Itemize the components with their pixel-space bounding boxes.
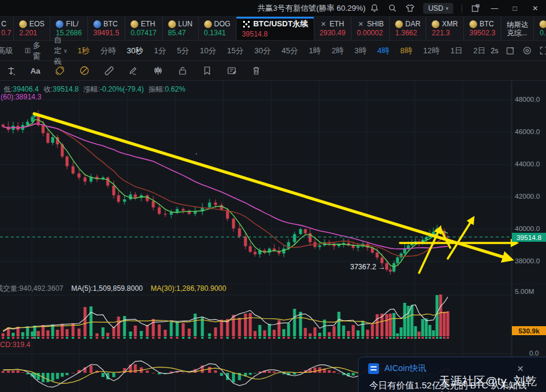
ada-coin-icon (539, 20, 546, 28)
timeframe-1日[interactable]: 1日 (445, 45, 468, 56)
ticker-tab-EOS[interactable]: EOS2.201 (14, 17, 50, 40)
ticker-symbol-label: BTC (104, 20, 118, 28)
minimize-button[interactable]: — (489, 4, 500, 13)
timeframe-分時[interactable]: 分時 (95, 45, 122, 56)
ticker-symbol-label: SHIB (367, 20, 384, 28)
ticker-price-value: 221.3 (432, 29, 458, 37)
popup-close-icon[interactable]: ✕ (517, 364, 524, 373)
magic-brush-tool[interactable] (78, 65, 90, 77)
timeframe-8時[interactable]: 8時 (395, 45, 418, 56)
timeframe-2日[interactable]: 2日 (468, 45, 491, 56)
brush-tool[interactable] (54, 65, 66, 77)
ticker-tab-bar: C0.7EOS2.201FIL/15.2686BTC39491.5ETH0.07… (0, 17, 546, 41)
chart-canvas[interactable] (0, 81, 546, 392)
volume-ma5: MA(5):1,509,859.8000 (71, 284, 142, 293)
volume-indicator-header: 成交量:940,492.3607 MA(5):1,509,859.8000 MA… (0, 284, 226, 294)
ticker-tab-DAR[interactable]: DAR1.3662 (390, 17, 426, 40)
currency-label: USD (428, 4, 443, 13)
ticker-price-value: 39491.5 (93, 29, 119, 37)
timeframe-10分[interactable]: 10分 (195, 45, 222, 56)
info-label: 收: (44, 85, 53, 93)
ticker-tab-BTC[interactable]: BTC39491.5 (88, 17, 125, 40)
search-icon[interactable] (387, 4, 397, 13)
trash-tool[interactable] (250, 65, 262, 77)
timeframe-4時[interactable]: 4時 (372, 45, 395, 56)
currency-selector[interactable]: USD ▾ (423, 3, 453, 14)
eth-coin-icon (131, 20, 138, 28)
signal-status-text: 共赢3号有新信號(勝率 60.29%) (257, 0, 366, 16)
ticker-tab-DOG[interactable]: DOG0.1341 (199, 17, 236, 40)
ticker-tab-SHIB[interactable]: ✕SHIB0.00002 (351, 17, 390, 40)
ticker-tab-FIL/[interactable]: FIL/15.2686 (50, 17, 87, 40)
cursor-tool[interactable] (5, 65, 17, 77)
info-value: 39514.8 (53, 85, 78, 93)
timeframe-3時[interactable]: 3時 (349, 45, 372, 56)
ticker-label-line: 克综... (506, 29, 528, 37)
timeframe-30秒[interactable]: 30秒 (122, 45, 148, 56)
ticker-symbol-label: FIL/ (66, 20, 78, 28)
advanced-menu[interactable]: 高級 (0, 45, 19, 56)
ticker-price-value: 0.00002 (357, 29, 384, 37)
tshirt-icon[interactable] (405, 4, 415, 13)
lock-tool[interactable] (177, 65, 189, 77)
multi-window-button[interactable]: 多窗 (19, 40, 49, 62)
screenshot-icon[interactable] (506, 46, 515, 56)
price-axis-tick: 38000.0 (515, 257, 540, 265)
chart-settings-icon[interactable] (523, 46, 532, 56)
note-tool[interactable] (226, 65, 238, 77)
ticker-tab-XMR[interactable]: XMR221.3 (426, 17, 464, 40)
timeframe-toolbar: 高級 多窗 自定義 ∨ 1秒分時30秒1分5分10分15分30分45分1時2時3… (0, 41, 546, 61)
timeframe-45分[interactable]: 45分 (276, 45, 303, 56)
ticker-price-value: 0.07417 (131, 29, 156, 37)
timeframe-30分[interactable]: 30分 (249, 45, 276, 56)
price-axis-tick: 42000.0 (515, 193, 540, 200)
pattern-tool[interactable] (152, 65, 164, 77)
ticker-symbol-label: DOG (214, 20, 230, 28)
timeframe-1時[interactable]: 1時 (304, 45, 326, 56)
ticker-symbol-label: BTC (480, 20, 494, 28)
info-value: 39406.4 (13, 85, 38, 93)
close-button[interactable]: ✕ (529, 4, 541, 13)
xmr-coin-icon (432, 20, 439, 28)
multi-window-label: 多窗 (33, 40, 43, 62)
timeframe-2時[interactable]: 2時 (326, 45, 349, 56)
text-tool[interactable]: Aa (29, 65, 41, 77)
current-volume-badge: 530.9k (512, 326, 546, 335)
price-axis-tick: 48000.0 (515, 96, 540, 103)
macd-axis-label: 0.0 (529, 350, 539, 357)
timeframe-12時[interactable]: 12時 (418, 45, 445, 56)
ticker-symbol-label: ETH (141, 20, 155, 28)
fullscreen-icon[interactable] (539, 46, 546, 56)
ticker-tab-LUN[interactable]: LUN85.47 (163, 17, 199, 40)
bell-icon[interactable] (369, 4, 379, 13)
ticker-tab-BTC/USDT永续[interactable]: BTC/USDT永续39514.8 (236, 17, 314, 40)
timeframe-1分[interactable]: 1分 (148, 45, 171, 56)
timeframe-15分[interactable]: 15分 (222, 45, 248, 56)
low-price-annotation: 37367.2 → (350, 263, 386, 271)
ticker-tab-纳斯达[interactable]: 纳斯达克综... (501, 17, 534, 40)
ticker-price-value: 15.2686 (56, 29, 81, 37)
pencil-tool[interactable] (128, 65, 139, 77)
chevron-down-icon: ∨ (63, 48, 68, 54)
dar-coin-icon (395, 20, 403, 28)
ruler-tool[interactable] (103, 65, 115, 77)
last-price-badge: 39514.8 (512, 233, 546, 242)
timeframe-5分[interactable]: 5分 (172, 45, 195, 56)
volume-axis-label: 5.00M (515, 288, 534, 295)
ticker-tab-ETH[interactable]: ✕ETH2930.49 (314, 17, 351, 40)
aicoin-news-icon (368, 363, 379, 374)
exchange-grid-icon (242, 20, 251, 29)
ticker-tab-C[interactable]: C0.7 (0, 17, 14, 40)
volume-value: 成交量:940,492.3607 (0, 284, 63, 293)
ticker-symbol-label: BTC/USDT永续 (253, 19, 308, 29)
ticker-tab-ADA[interactable]: ADA0.8683 (534, 17, 546, 40)
bookmark-tool[interactable] (201, 65, 213, 77)
popout-window-icon[interactable] (471, 4, 480, 13)
ticker-tab-ETH[interactable]: ETH0.07417 (125, 17, 162, 40)
maximize-button[interactable]: □ (509, 4, 521, 13)
btc-coin-icon (93, 20, 101, 28)
multi-window-icon (25, 47, 31, 54)
trading-app-window: 共赢3号有新信號(勝率 60.29%) USD ▾ — □ ✕ (0, 0, 546, 392)
ticker-tab-BTC[interactable]: BTC39502.3 (464, 17, 501, 40)
timeframe-1秒[interactable]: 1秒 (72, 45, 95, 56)
